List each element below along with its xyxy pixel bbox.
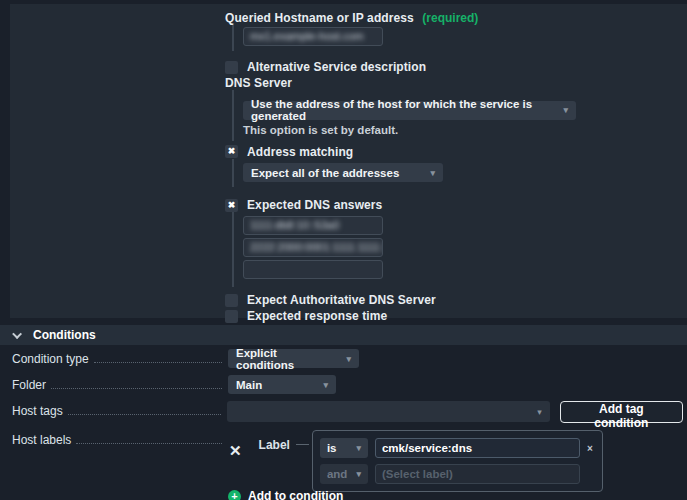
required-hint: (required)	[422, 11, 478, 25]
label-value-input-1[interactable]	[375, 438, 580, 458]
condition-type-label: Condition type	[12, 352, 89, 366]
dropdown-arrow-icon: ▾	[563, 105, 568, 115]
add-to-condition-link[interactable]: + Add to condition	[228, 489, 343, 500]
dropdown-arrow-icon: ▾	[323, 380, 328, 390]
expected-response-time-checkbox[interactable]	[225, 310, 238, 323]
queried-hostname-value: mx1.example-host.com	[250, 30, 364, 42]
conditions-title: Conditions	[33, 328, 96, 342]
expected-dns-answers-row: ✖ Expected DNS answers	[225, 198, 687, 212]
dns-server-selected: Use the address of the host for which th…	[251, 98, 553, 122]
host-labels-label-wrap: Host labels	[12, 430, 222, 447]
dropdown-arrow-icon: ▾	[356, 443, 361, 453]
condition-type-row: Condition type Explicit conditions ▾	[12, 349, 683, 368]
alternative-service-description-row: Alternative Service description	[225, 60, 687, 74]
address-matching-indent: Expect all of the addresses ▾	[232, 159, 687, 188]
alternative-service-description-checkbox[interactable]	[225, 61, 238, 74]
condition-type-selected: Explicit conditions	[236, 347, 336, 371]
remove-label-icon[interactable]: ×	[587, 443, 593, 454]
condition-type-label-wrap: Condition type	[12, 349, 222, 366]
conditions-body: Condition type Explicit conditions ▾ Fol…	[12, 349, 683, 499]
dns-answer-input-3[interactable]	[243, 260, 383, 279]
condition-type-select[interactable]: Explicit conditions ▾	[228, 349, 359, 368]
dotted-leader	[76, 434, 222, 444]
dns-server-label: DNS Server	[225, 76, 687, 90]
label-value-input-2[interactable]	[375, 464, 580, 484]
queried-hostname-input[interactable]: mx1.example-host.com	[243, 27, 383, 46]
folder-selected: Main	[236, 379, 262, 391]
queried-hostname-row: Queried Hostname or IP address (required…	[225, 8, 687, 23]
alternative-service-description-label: Alternative Service description	[247, 60, 426, 74]
address-matching-checkbox[interactable]: ✖	[225, 145, 238, 158]
dropdown-arrow-icon: ▾	[356, 469, 361, 479]
dropdown-arrow-icon: ▾	[346, 354, 351, 364]
dns-answer-input-2[interactable]: 2222:2000:0001:1111:1111:10c38f	[243, 238, 383, 257]
dns-answer-value-1: 1111:db8:10::53a0	[250, 219, 339, 231]
chevron-down-icon[interactable]	[12, 329, 22, 339]
conditions-section-header[interactable]: Conditions	[0, 325, 687, 345]
address-matching-selected: Expect all of the addresses	[251, 167, 399, 179]
label-operator-select-2[interactable]: and ▾	[320, 464, 368, 484]
remove-host-label-condition-icon[interactable]: ✕	[229, 443, 242, 458]
value-section-panel: Queried Hostname or IP address (required…	[10, 4, 687, 318]
folder-select[interactable]: Main ▾	[228, 375, 336, 394]
dotted-leader	[94, 353, 222, 363]
queried-hostname-indent: mx1.example-host.com	[232, 23, 687, 51]
dns-server-indent: Use the address of the host for which th…	[232, 90, 687, 141]
address-matching-row: ✖ Address matching	[225, 145, 687, 159]
dropdown-arrow-icon: ▾	[537, 407, 542, 417]
host-labels-label: Host labels	[12, 433, 71, 447]
add-to-condition-label: Add to condition	[248, 489, 343, 500]
expect-authoritative-row: Expect Authoritative DNS Server	[225, 293, 687, 307]
host-tags-label: Host tags	[12, 404, 63, 418]
label-operator-select-1[interactable]: is ▾	[320, 438, 368, 458]
host-labels-row-label: Label	[259, 438, 290, 452]
expected-response-time-label: Expected response time	[247, 309, 387, 323]
label-operator-1: is	[327, 442, 337, 454]
address-matching-select[interactable]: Expect all of the addresses ▾	[243, 163, 443, 182]
host-labels-row: Host labels ✕ Label is ▾ × and	[12, 430, 683, 492]
expect-authoritative-label: Expect Authoritative DNS Server	[247, 293, 436, 307]
address-matching-label: Address matching	[247, 145, 353, 159]
host-tags-row: Host tags ▾ Add tag condition	[12, 401, 683, 423]
expected-dns-answers-indent: 1111:db8:10::53a0 2222:2000:0001:1111:11…	[232, 212, 687, 287]
expected-dns-answers-checkbox[interactable]: ✖	[225, 199, 238, 212]
add-tag-condition-button[interactable]: Add tag condition	[560, 401, 683, 423]
connector-line	[296, 444, 309, 445]
expected-response-time-row: Expected response time	[225, 309, 687, 323]
dotted-leader	[51, 379, 222, 389]
expect-authoritative-checkbox[interactable]	[225, 294, 238, 307]
folder-label-wrap: Folder	[12, 375, 222, 392]
dns-server-select[interactable]: Use the address of the host for which th…	[243, 101, 576, 120]
dropdown-arrow-icon: ▾	[430, 168, 435, 178]
dotted-leader	[68, 405, 221, 415]
queried-hostname-label: Queried Hostname or IP address	[225, 11, 414, 25]
host-labels-editor: ✕ Label is ▾ × and ▾	[228, 430, 603, 492]
host-label-condition-panel: is ▾ × and ▾	[312, 430, 603, 492]
dns-answer-value-2: 2222:2000:0001:1111:1111:10c38f	[250, 241, 383, 253]
host-tags-select[interactable]: ▾	[227, 401, 550, 422]
host-tags-label-wrap: Host tags	[12, 401, 221, 418]
host-label-condition-row-2: and ▾	[320, 464, 594, 484]
host-label-condition-row-1: is ▾ ×	[320, 438, 594, 458]
label-operator-2: and	[327, 468, 347, 480]
dns-answer-input-1[interactable]: 1111:db8:10::53a0	[243, 216, 383, 235]
folder-label: Folder	[12, 378, 46, 392]
folder-row: Folder Main ▾	[12, 375, 683, 394]
expected-dns-answers-label: Expected DNS answers	[247, 198, 382, 212]
dns-server-note: This option is set by default.	[243, 124, 687, 136]
add-plus-icon: +	[228, 490, 241, 500]
